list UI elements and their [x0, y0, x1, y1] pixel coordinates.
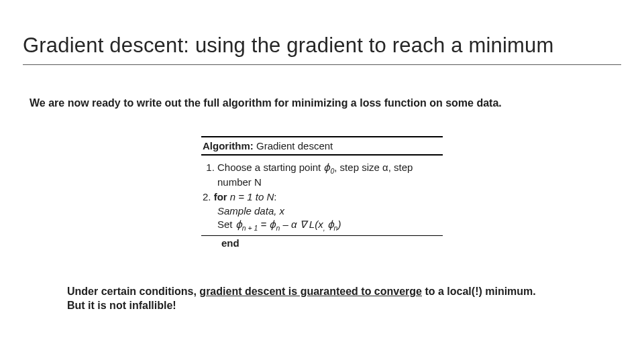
- algorithm-body: Choose a starting point ϕ0, step size α,…: [201, 156, 443, 236]
- nabla-symbol: ∇ L(x: [300, 219, 323, 230]
- phi-symbol: ϕ: [327, 219, 334, 230]
- page-title: Gradient descent: using the gradient to …: [23, 34, 621, 65]
- algorithm-set-line: Set ϕn + 1 = ϕn – α ∇ L(x, ϕn): [203, 218, 441, 233]
- note-line-2: But it is not infallible!: [67, 299, 621, 313]
- slide: Gradient descent: using the gradient to …: [0, 0, 644, 362]
- algorithm-sample-line: Sample data, x: [203, 204, 441, 218]
- algorithm-step-2: 2. for n = 1 to N:: [203, 190, 441, 204]
- intro-text: We are now ready to write out the full a…: [30, 97, 621, 109]
- algorithm-heading-rest: Gradient descent: [254, 140, 333, 152]
- algorithm-heading-bold: Algorithm:: [203, 140, 254, 152]
- phi-symbol: ϕ: [235, 219, 242, 230]
- algorithm-step-1: Choose a starting point ϕ0, step size α,…: [217, 161, 441, 189]
- phi-symbol: ϕ: [269, 219, 276, 230]
- algorithm-heading: Algorithm: Gradient descent: [201, 136, 443, 156]
- footer-notes: Under certain conditions, gradient desce…: [67, 285, 621, 313]
- algorithm-end: end: [201, 236, 443, 249]
- note-line-1: Under certain conditions, gradient desce…: [67, 285, 621, 299]
- phi-symbol: ϕ: [323, 162, 330, 173]
- algorithm-box: Algorithm: Gradient descent Choose a sta…: [201, 136, 443, 249]
